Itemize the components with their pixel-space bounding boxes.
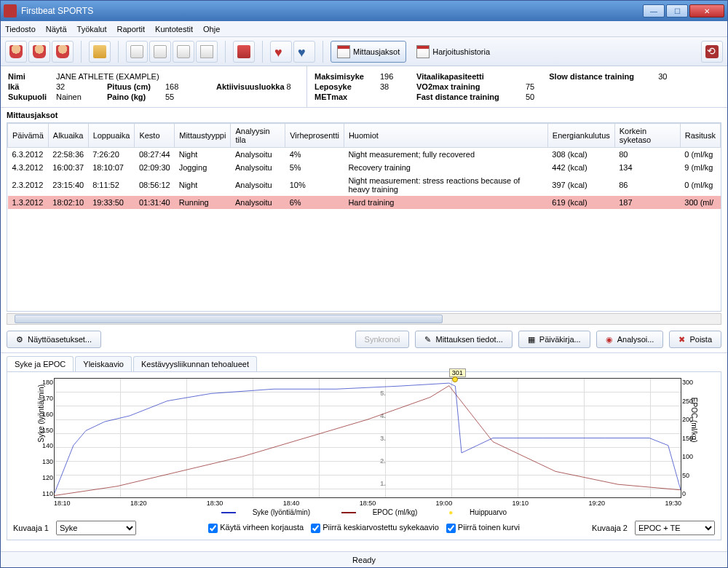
heart-blue-icon: ♥ [298,45,311,58]
menu-tyokalut[interactable]: Työkalut [77,25,107,33]
network-button[interactable] [701,41,723,63]
x-ticks: 18:1018:2018:3018:4018:5019:0019:1019:20… [54,500,681,507]
tab-syke-epoc[interactable]: Syke ja EPOC [7,356,74,371]
column-header[interactable]: Energiankulutus [547,124,614,148]
menu-tiedosto[interactable]: Tiedosto [5,25,36,33]
titlebar[interactable]: Firstbeat SPORTS — ☐ ✕ [1,1,727,21]
cb-averaged-hr[interactable]: Piirrä keskiarvostettu sykekaavio [311,523,439,533]
person-icon [56,45,69,58]
doc-button-3[interactable] [173,41,194,63]
tab-kestavyys[interactable]: Kestävyysliikunnan tehoalueet [133,356,257,371]
calendar-icon [337,45,350,58]
activity-value: 8 [287,82,291,91]
scrollbar-thumb[interactable] [15,315,443,323]
height-value: 168 [165,82,216,91]
resthr-value: 38 [380,82,402,91]
chart-icon [200,45,213,58]
chart-controls: Kuvaaja 1 Syke Käytä virheen korjausta P… [10,516,718,537]
redfolder-button[interactable] [233,41,255,63]
weight-label: Paino (kg) [107,92,165,101]
minimize-button[interactable]: — [643,4,665,17]
delete-button[interactable]: ✖Poista [669,331,721,348]
maxhr-label: Maksimisyke [314,72,380,81]
mittausjaksot-label: Mittausjaksot [353,47,400,56]
athlete-info-panel: NimiJANE ATHLETE (EXAMPLE) Ikä32 Pituus … [1,66,727,108]
window-title: Firstbeat SPORTS [21,6,643,16]
folder-icon [93,45,106,58]
doc-button-1[interactable] [126,41,148,63]
horizontal-scrollbar[interactable] [7,313,721,325]
mittausjaksot-button[interactable]: Mittausjaksot [331,41,406,63]
harjoitushistoria-button[interactable]: Harjoitushistoria [411,41,496,63]
maximize-button[interactable]: ☐ [666,4,688,17]
document-icon [177,45,190,58]
statusbar: Ready [1,551,727,567]
athlete-button-3[interactable] [52,41,74,63]
gear-icon: ⚙ [16,335,23,344]
column-header[interactable]: Mittaustyyppi [175,124,231,148]
details-button[interactable]: ✎Mittauksen tiedot... [415,331,512,348]
document-icon [154,45,167,58]
plot-svg [55,379,681,497]
heart-button-2[interactable]: ♥ [293,41,315,63]
age-label: Ikä [8,82,56,91]
doc-button-2[interactable] [149,41,171,63]
person-icon [9,45,23,58]
close-button[interactable]: ✕ [689,4,724,17]
person-icon [33,45,46,58]
table-row[interactable]: 1.3.201218:02:1019:33:5001:31:40RunningA… [8,196,721,209]
column-header[interactable]: Kesto [135,124,175,148]
folder-button[interactable] [89,41,111,63]
slow-label: Slow distance training [549,72,658,81]
column-header[interactable]: Päivämä [8,124,49,148]
delete-icon: ✖ [678,335,685,344]
document-icon [130,45,143,58]
network-icon [705,45,719,58]
menu-ohje[interactable]: Ohje [203,25,220,33]
cb-error-correction[interactable]: Käytä virheen korjausta [208,523,304,533]
kuvaaja2-select[interactable]: EPOC + TE [635,521,715,535]
chart-button[interactable] [196,41,218,63]
fast-label: Fast distance training [416,92,526,101]
column-header[interactable]: Virheprosentti [285,124,344,148]
diary-button[interactable]: ▦Päiväkirja... [518,331,590,348]
harjoitushistoria-label: Harjoitushistoria [432,47,490,56]
column-header[interactable]: Alkuaika [48,124,88,148]
menu-kuntotestit[interactable]: Kuntotestit [155,25,193,33]
kuvaaja1-label: Kuvaaja 1 [13,524,49,532]
menu-raportit[interactable]: Raportit [117,25,146,33]
kuvaaja1-select[interactable]: Syke [56,521,136,535]
activity-label: Aktiivisuusluokka [216,82,285,91]
athlete-button-1[interactable] [5,41,27,63]
y1-ticks: 180170160150140130120110 [28,379,53,497]
maxhr-value: 196 [380,72,402,81]
y2-ticks: 300250200150100500 [682,379,707,497]
heart-button-1[interactable]: ♥ [270,41,292,63]
table-row[interactable]: 6.3.201222:58:367:26:2008:27:44NightAnal… [8,148,721,162]
column-header[interactable]: Loppuaika [88,124,135,148]
column-header[interactable]: Korkein syketaso [614,124,680,148]
sync-button[interactable]: Synkronoi [355,331,410,348]
slow-value: 30 [658,72,667,81]
peak-label: 301 [449,368,466,377]
cb-second-curve[interactable]: Piirrä toinen kurvi [446,523,520,533]
table-row[interactable]: 2.3.201223:15:408:11:5208:56:12NightAnal… [8,174,721,196]
column-header[interactable]: Rasitusk [680,124,720,148]
heart-icon: ♥ [274,45,288,58]
tab-yleiskaavio[interactable]: Yleiskaavio [75,356,132,371]
section-label: Mittausjaksot [1,108,727,122]
app-window: Firstbeat SPORTS — ☐ ✕ Tiedosto Näytä Ty… [0,0,728,568]
column-header[interactable]: Analyysin tila [231,124,285,148]
analyze-button[interactable]: ◉Analysoi... [596,331,664,348]
analyze-icon: ◉ [606,335,613,344]
status-text: Ready [352,556,376,564]
table-row[interactable]: 4.3.201216:00:3718:10:0702:09:30JoggingA… [8,161,721,174]
column-header[interactable]: Huomiot [344,124,547,148]
display-settings-button[interactable]: ⚙Näyttöasetukset... [7,331,101,348]
kuvaaja2-label: Kuvaaja 2 [592,524,628,532]
measurement-table[interactable]: PäivämäAlkuaikaLoppuaikaKestoMittaustyyp… [7,122,721,312]
athlete-button-2[interactable] [28,41,50,63]
edit-icon: ✎ [424,335,431,344]
menu-nayta[interactable]: Näytä [46,25,67,33]
chart-area[interactable]: Syke (lyöntiä/min) EPOC (ml/kg) 18017016… [54,378,681,498]
